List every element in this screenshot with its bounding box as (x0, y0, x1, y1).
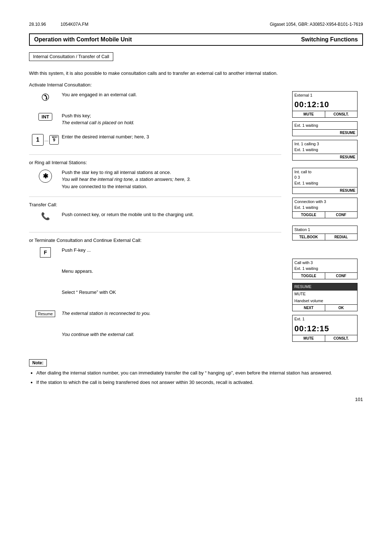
phone-screen-8: RESUME MUTE Handset volume NEXT OK (292, 283, 358, 311)
step-row-select: Select “ Resume” with OK (29, 289, 281, 303)
screen6-header: Station 1 (293, 226, 357, 234)
activate-label: Activate Internal Consultation: (29, 82, 363, 88)
screen1-btn1: MUTE (293, 111, 325, 117)
step-icon-empty1 (29, 268, 62, 268)
screen3-btn: RESUME (293, 154, 357, 160)
step-text-resume: The external station is reconnected to y… (62, 310, 281, 317)
step-row-star: ✱ Push the star key to ring all internal… (29, 169, 281, 190)
screen4-body: Int. call to0 3Ext. 1 waiting (293, 168, 357, 187)
step-text-2: Push this key; The external call is plac… (62, 112, 281, 126)
step-text-transfer: Push connect key, or return the mobile u… (62, 211, 281, 218)
screen9-time: 00:12:15 (293, 323, 357, 335)
step1-text: You are engaged in an external call. (62, 92, 137, 97)
page-number: 101 (29, 397, 363, 402)
step-text-1: You are engaged in an external call. (62, 91, 281, 98)
fkey-main: Push F-key ... (62, 247, 91, 253)
screen9-header: Ext. 1 (293, 315, 357, 323)
screen8-menu1: RESUME (293, 283, 357, 290)
step-icon-phone: ✆ (29, 91, 62, 103)
star-main: Push the star key to ring all internal s… (62, 170, 171, 175)
screen4-btn: RESUME (293, 187, 357, 194)
step-row-menu: Menu appears. (29, 268, 281, 282)
sep3 (29, 232, 281, 232)
step-row-transfer: 📞 Push connect key, or return the mobile… (29, 211, 281, 226)
phone-screen-7: Call with 3Ext. 1 waiting TOGGLE CONF (292, 259, 358, 279)
screen8-menu3: Handset volume (293, 297, 357, 304)
screen9-btn-row: MUTE CONSLT. (293, 335, 357, 341)
int-key: INT (38, 113, 53, 121)
title-bar: Operation with Comfort Mobile Unit Switc… (29, 33, 363, 46)
step2-main: Push this key; (62, 113, 91, 118)
step-text-3: Enter the desired internal number; here,… (62, 133, 281, 141)
screen9-btn2: CONSLT. (325, 335, 358, 341)
transfer-label: Transfer Call: (29, 202, 281, 207)
screen6-btn-row: TEL.BOOK REDIAL (293, 234, 357, 240)
screen1-btn2: CONSLT. (325, 111, 358, 117)
resume-italic: The external station is reconnected to y… (62, 311, 151, 316)
screen5-btn-row: TOGGLE CONF (293, 211, 357, 218)
ellipsis: … (44, 137, 49, 142)
step-icon-empty3 (29, 331, 62, 332)
step-icon-resume: Resume (29, 310, 62, 317)
step-icon-connect: 📞 (29, 211, 62, 220)
step2-italic: The external call is placed on hold. (62, 120, 134, 125)
step-row-continue: You continue with the external call. (29, 331, 281, 345)
screen7-body: Call with 3Ext. 1 waiting (293, 259, 357, 272)
step-icon-f: F (29, 247, 62, 258)
step-icon-star: ✱ (29, 169, 62, 183)
step-icon-num: 1 … WXY 9 (29, 133, 62, 146)
screen7-btn1: TOGGLE (293, 273, 325, 279)
screen7-btn-row: TOGGLE CONF (293, 272, 357, 279)
screen7-btn2: CONF (325, 273, 358, 279)
screen6-btn2: REDIAL (325, 234, 358, 240)
star-plain: You are connected to the internal statio… (62, 184, 147, 189)
menu-text: Menu appears. (62, 268, 93, 274)
screen1-header: External 1 (293, 92, 357, 99)
section-heading-wrapper: Internal Consultation / Transfer of Call (29, 52, 363, 66)
star-italic1: You will hear the internal ring tone, a … (62, 177, 191, 182)
page-header: 28.10.96 1054K07A.FM Gigaset 1054, GBR: … (29, 22, 363, 27)
screen1-time: 00:12:10 (293, 99, 357, 111)
sep2 (29, 197, 281, 197)
screen2-body: Ext. 1 waiting (293, 122, 357, 129)
sep1 (29, 154, 281, 155)
main-content: ✆ You are engaged in an external call. I… (29, 91, 363, 352)
note-section: Note: After dialing the internal station… (29, 359, 363, 386)
screen8-menu2: MUTE (293, 291, 357, 297)
step3-main: Enter the desired internal number; here,… (62, 134, 149, 139)
phone-screen-1: External 1 00:12:10 MUTE CONSLT. (292, 91, 358, 118)
note-item-1: After dialing the internal station numbe… (29, 369, 363, 377)
step-row-3: 1 … WXY 9 Enter the desired internal num… (29, 133, 281, 148)
screen2-btn: RESUME (293, 129, 357, 136)
note-list: After dialing the internal station numbe… (29, 369, 363, 386)
screen8-btn-row: NEXT OK (293, 304, 357, 311)
page: 28.10.96 1054K07A.FM Gigaset 1054, GBR: … (0, 0, 392, 555)
phone-screen-9: Ext. 1 00:12:15 MUTE CONSLT. (292, 315, 358, 341)
right-column: External 1 00:12:10 MUTE CONSLT. Ext. 1 … (292, 91, 363, 352)
step-text-select: Select “ Resume” with OK (62, 289, 281, 296)
continue-italic: You continue with the external call. (62, 332, 134, 337)
phone-screen-2: Ext. 1 waiting RESUME (292, 121, 358, 136)
screen1-btn-row: MUTE CONSLT. (293, 111, 357, 117)
screen9-btn1: MUTE (293, 335, 325, 341)
section-heading: Internal Consultation / Transfer of Call (29, 52, 113, 61)
step-row-fkey: F Push F-key ... (29, 247, 281, 261)
key-9: WXY 9 (49, 135, 59, 145)
left-column: ✆ You are engaged in an external call. I… (29, 91, 281, 352)
select-text: Select “ Resume” with OK (62, 289, 116, 295)
step-icon-int: INT (29, 112, 62, 121)
step-text-menu: Menu appears. (62, 268, 281, 275)
connect-icon: 📞 (41, 212, 50, 220)
header-left: 28.10.96 1054K07A.FM (29, 22, 88, 27)
header-product: Gigaset 1054, GBR: A30852-X954-B101-1-76… (270, 22, 363, 27)
screen5-body: Connection with 3Ext. 1 waiting (293, 198, 357, 211)
phone-screen-6: Station 1 TEL.BOOK REDIAL (292, 226, 358, 240)
screen5-btn2: CONF (325, 212, 358, 218)
step-text-star: Push the star key to ring all internal s… (62, 169, 281, 190)
header-date: 28.10.96 (29, 22, 46, 27)
step-row-2: INT Push this key; The external call is … (29, 112, 281, 127)
resume-key: Resume (36, 311, 56, 317)
or-ring-label: or Ring all Internal Stations: (29, 160, 281, 165)
intro-text: With this system, it is also possible to… (29, 70, 363, 77)
terminate-label: or Terminate Consultation and Continue E… (29, 238, 281, 243)
